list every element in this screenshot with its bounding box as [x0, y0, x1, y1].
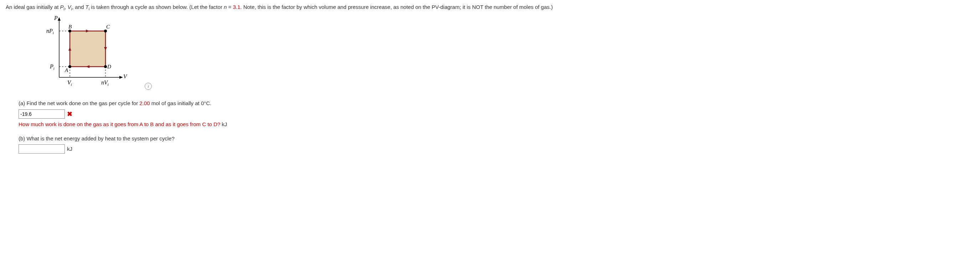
- problem-statement: An ideal gas initially at Pi, Vi, and Ti…: [6, 3, 974, 12]
- svg-rect-8: [70, 31, 105, 67]
- txt: . Note, this is the factor by which volu…: [240, 4, 553, 10]
- txt: is taken through a cycle as shown below.…: [89, 4, 224, 10]
- svg-marker-3: [119, 76, 123, 79]
- part-a-hint: How much work is done on the gas as it g…: [19, 120, 589, 129]
- sym-p: P: [60, 4, 64, 10]
- unit: kJ: [67, 145, 72, 153]
- svg-marker-2: [58, 17, 60, 21]
- incorrect-icon: ✖: [67, 109, 72, 119]
- moles-value: 2.00: [139, 100, 150, 106]
- part-a-prompt: (a) Find the net work done on the gas pe…: [19, 99, 589, 108]
- svg-point-17: [68, 30, 71, 32]
- pv-diagram: P V nPi Pi Vi nVi B C D A i: [41, 15, 134, 94]
- svg-text:C: C: [106, 24, 110, 30]
- hint-text: How much work is done on the gas as it g…: [19, 121, 220, 127]
- txt: (a) Find the net work done on the gas pe…: [19, 100, 139, 106]
- svg-point-18: [104, 30, 107, 32]
- svg-text:V: V: [123, 73, 127, 79]
- svg-text:A: A: [65, 67, 68, 73]
- n-value: 3.1: [233, 4, 240, 10]
- sym-v: V: [67, 4, 71, 10]
- svg-text:D: D: [107, 64, 111, 70]
- txt: An ideal gas initially at: [6, 4, 60, 10]
- svg-text:B: B: [68, 24, 72, 30]
- part-b-answer-input[interactable]: [19, 144, 65, 154]
- unit: kJ: [220, 121, 227, 127]
- txt: , and: [72, 4, 86, 10]
- svg-point-20: [68, 65, 71, 68]
- svg-text:Vi: Vi: [67, 79, 72, 87]
- part-b: (b) What is the net energy added by heat…: [19, 134, 589, 154]
- info-icon[interactable]: i: [145, 83, 152, 90]
- svg-text:Pi: Pi: [49, 63, 54, 71]
- txt: mol of gas initially at 0°C.: [150, 100, 212, 106]
- svg-point-19: [104, 65, 107, 68]
- svg-text:P: P: [54, 15, 58, 21]
- svg-text:nVi: nVi: [101, 79, 109, 87]
- txt: =: [227, 4, 233, 10]
- sym-t: T: [86, 4, 89, 10]
- part-a: (a) Find the net work done on the gas pe…: [19, 99, 589, 129]
- part-b-prompt: (b) What is the net energy added by heat…: [19, 134, 589, 143]
- part-a-answer-input[interactable]: [19, 110, 65, 119]
- svg-text:nPi: nPi: [46, 28, 54, 35]
